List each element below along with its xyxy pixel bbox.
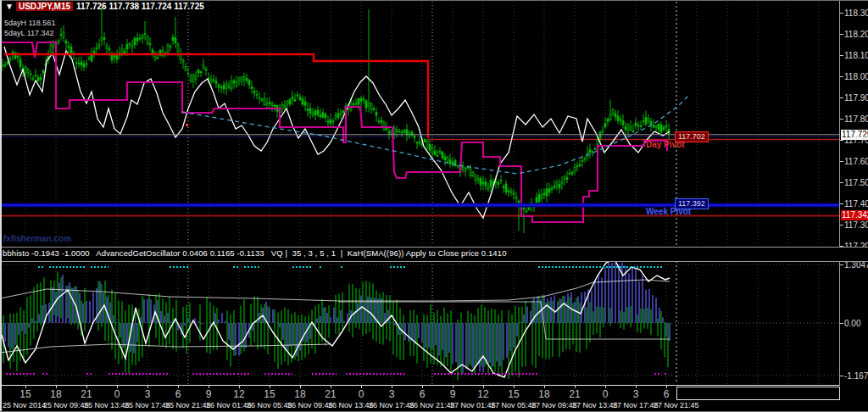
five-day-high-label: 5dayH 118.561 bbox=[4, 19, 55, 27]
five-day-low-label: 5dayL 117.342 bbox=[4, 29, 54, 37]
hour-label: 12 bbox=[471, 388, 495, 400]
week-pivot-price-flag: 117.392 bbox=[675, 198, 709, 209]
time-axis[interactable]: 15182103691215182103691215182103625 Nov … bbox=[0, 386, 868, 412]
axis-tick bbox=[840, 161, 843, 162]
hour-label: 15 bbox=[502, 388, 526, 400]
price-axis-label: 117.500 bbox=[844, 178, 868, 187]
hour-label: 21 bbox=[563, 388, 587, 400]
hour-label: 6 bbox=[410, 388, 434, 400]
indicator-axis-label: 0.00 bbox=[844, 319, 860, 328]
date-label: 27 Nov 21:45 bbox=[654, 401, 699, 409]
hour-label: 15 bbox=[258, 388, 281, 400]
axis-tick bbox=[840, 76, 843, 77]
axis-tick bbox=[840, 376, 843, 376]
price-axis-label: 117.700 bbox=[844, 136, 868, 145]
price-axis-label: 117.600 bbox=[844, 157, 868, 166]
date-label: 25 Nov 09:45 bbox=[43, 401, 89, 409]
hour-label: 3 bbox=[624, 388, 648, 400]
date-label: 27 Nov 09:45 bbox=[531, 401, 577, 409]
symbol-label: USDJPY,M15 bbox=[16, 2, 73, 11]
hour-label: 18 bbox=[288, 388, 312, 400]
hour-label: 21 bbox=[319, 388, 342, 400]
price-axis[interactable]: 117.725 117.342 118.300118.200118.100118… bbox=[839, 0, 868, 386]
hour-label: 18 bbox=[44, 388, 68, 400]
hour-label: 0 bbox=[593, 388, 617, 400]
date-label: 26 Nov 09:45 bbox=[287, 401, 333, 409]
axis-tick bbox=[840, 55, 843, 56]
hour-label: 6 bbox=[166, 388, 190, 400]
hour-label: 3 bbox=[136, 388, 159, 400]
axis-tick bbox=[840, 182, 843, 183]
axis-tick bbox=[840, 34, 843, 35]
axis-tick bbox=[840, 97, 843, 98]
price-axis-label: 118.300 bbox=[844, 8, 868, 18]
price-axis-label: 118.200 bbox=[844, 30, 868, 39]
window-left-border bbox=[0, 0, 2, 412]
pane-divider[interactable]: bbhisto -0.1943 -1.0000 AdvancedGetOscil… bbox=[0, 247, 868, 262]
indicator-axis-label: -1.1678 bbox=[844, 371, 868, 381]
main-chart-pane[interactable]: ▼USDJPY,M15117.726 117.738 117.724 117.7… bbox=[0, 0, 839, 247]
date-label: 27 Nov 13:45 bbox=[572, 401, 618, 409]
axis-tick bbox=[840, 264, 843, 265]
axis-tick bbox=[840, 203, 843, 204]
price-axis-label: 117.400 bbox=[844, 199, 868, 209]
hour-label: 21 bbox=[75, 388, 98, 400]
mt4-chart-window: ▼USDJPY,M15117.726 117.738 117.724 117.7… bbox=[0, 0, 868, 412]
window-top-border bbox=[0, 0, 868, 1]
hour-label: 18 bbox=[532, 388, 556, 400]
day-pivot-price-flag: 117.702 bbox=[675, 131, 709, 142]
date-label: 26 Nov 13:45 bbox=[328, 401, 374, 409]
hour-label: 9 bbox=[197, 388, 220, 400]
date-label: 25 Nov 17:45 bbox=[125, 401, 170, 409]
date-label: 25 Nov 21:45 bbox=[165, 401, 211, 409]
price-axis-label: 117.300 bbox=[844, 220, 868, 230]
ohlc-readout: 117.726 117.738 117.724 117.725 bbox=[76, 2, 204, 11]
price-axis-label: 118.100 bbox=[844, 51, 868, 60]
hour-label: 15 bbox=[14, 388, 37, 400]
axis-tick bbox=[840, 225, 843, 225]
horizontal-scrollbar-thumb[interactable] bbox=[676, 387, 840, 400]
hour-label: 0 bbox=[105, 388, 129, 400]
date-label: 26 Nov 01:45 bbox=[206, 401, 252, 409]
date-label: 27 Nov 05:45 bbox=[491, 401, 537, 409]
price-axis-label: 117.900 bbox=[844, 93, 868, 103]
date-label: 26 Nov 21:45 bbox=[409, 401, 455, 409]
hour-label: 0 bbox=[349, 388, 373, 400]
date-label: 27 Nov 17:45 bbox=[613, 401, 659, 409]
chart-dropdown-arrow-icon: ▼ bbox=[5, 2, 14, 11]
indicator-pane[interactable] bbox=[0, 260, 839, 386]
hour-label: 6 bbox=[654, 388, 678, 400]
date-label: 27 Nov 01:45 bbox=[450, 401, 496, 409]
chart-title-bar: ▼USDJPY,M15117.726 117.738 117.724 117.7… bbox=[5, 2, 204, 13]
indicator-canvas[interactable] bbox=[0, 260, 839, 385]
price-axis-label: 117.800 bbox=[844, 114, 868, 124]
axis-tick bbox=[840, 13, 843, 14]
indicator-header-text: bbhisto -0.1943 -1.0000 AdvancedGetOscil… bbox=[3, 248, 507, 258]
hour-label: 12 bbox=[227, 388, 251, 400]
date-label: 26 Nov 05:45 bbox=[247, 401, 292, 409]
axis-tick bbox=[840, 323, 843, 324]
main-chart-canvas[interactable] bbox=[0, 0, 839, 247]
price-axis-label: 118.000 bbox=[844, 72, 868, 81]
date-label: 26 Nov 17:45 bbox=[369, 401, 415, 409]
watermark: fxfisherman.com bbox=[3, 234, 71, 243]
date-label: 25 Nov 13:45 bbox=[84, 401, 130, 409]
date-label: 25 Nov 2014 bbox=[3, 401, 46, 409]
low-price-box: 117.342 bbox=[841, 210, 868, 220]
hour-label: 3 bbox=[380, 388, 403, 400]
axis-tick bbox=[840, 140, 843, 141]
axis-tick bbox=[840, 119, 843, 120]
hour-label: 9 bbox=[441, 388, 465, 400]
